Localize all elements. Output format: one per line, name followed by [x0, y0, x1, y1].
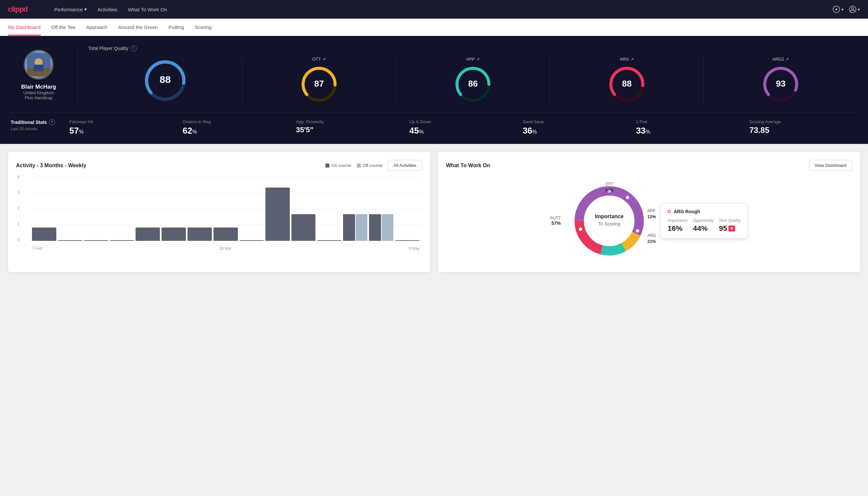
gauge-arg-svg: 88: [607, 64, 647, 104]
nav-performance[interactable]: Performance ▾: [54, 6, 87, 12]
shot-quality-value: 95 ▼: [719, 224, 741, 233]
gauge-total: 88: [88, 57, 242, 104]
subnav-my-dashboard[interactable]: My Dashboard: [8, 19, 41, 36]
stat-app-proximity: App. Proximity 35'5": [291, 119, 404, 136]
player-handicap: Plus Handicap: [25, 95, 53, 100]
stats-subtitle: Last 20 rounds: [11, 127, 64, 131]
player-info: Blair McHarg United Kingdom Plus Handica…: [11, 50, 77, 100]
bar-on-13: [343, 214, 355, 241]
bar-on-1: [32, 228, 56, 241]
gauge-total-svg: 88: [142, 57, 189, 104]
app-logo[interactable]: clippd: [8, 5, 28, 14]
x-label-may: 9 May: [408, 246, 419, 251]
bar-group-4: [110, 240, 134, 241]
ott-trend-icon: ↗: [322, 57, 326, 62]
all-activities-button[interactable]: All Activities: [388, 160, 422, 171]
svg-text:93: 93: [776, 79, 785, 89]
stats-help-icon[interactable]: ?: [49, 119, 55, 125]
view-dashboard-button[interactable]: View Dashboard: [809, 160, 852, 171]
bar-on-15: [395, 240, 419, 241]
x-labels: 7 Feb 28 Mar 9 May: [29, 246, 422, 251]
bar-on-9: [239, 240, 264, 241]
bar-chart: 4 3 2 1 0: [16, 177, 422, 251]
subnav-off-the-tee[interactable]: Off the Tee: [51, 19, 76, 36]
svg-text:88: 88: [622, 79, 632, 89]
bar-on-3: [84, 240, 108, 241]
on-course-dot: [326, 164, 329, 168]
stat-putt-value: 33%: [636, 126, 650, 136]
shot-quality-label: Shot Quality: [719, 218, 741, 223]
gauge-ott: OTT ↗ 87: [242, 57, 396, 104]
legend-off-course: Off course: [357, 163, 383, 168]
bar-on-10: [266, 188, 290, 241]
stats-row: Traditional Stats ? Last 20 rounds Fairw…: [11, 112, 857, 136]
ott-donut-label: OTT 10%: [605, 181, 614, 193]
putt-trend-icon: ↗: [785, 57, 789, 62]
hero-section: Blair McHarg United Kingdom Plus Handica…: [0, 36, 868, 144]
off-course-dot: [357, 164, 361, 168]
nav-what-to-work-on[interactable]: What To Work On: [128, 7, 167, 12]
bar-group-6: [161, 228, 186, 241]
bars-container: [29, 177, 422, 241]
arg-trend-icon: ↗: [631, 57, 634, 62]
player-row: Blair McHarg United Kingdom Plus Handica…: [11, 45, 857, 104]
app-trend-icon: ↗: [476, 57, 480, 62]
gauge-ott-svg: 87: [299, 64, 339, 104]
svg-text:86: 86: [468, 79, 478, 89]
subnav-approach[interactable]: Approach: [86, 19, 107, 36]
opportunity-value: 44%: [693, 224, 713, 233]
bar-on-2: [58, 240, 82, 241]
player-country: United Kingdom: [23, 90, 54, 95]
stat-scoring-value: 73.85: [749, 126, 769, 135]
user-menu[interactable]: ▾: [849, 6, 860, 13]
activity-chart-title: Activity - 3 Months - Weekly: [16, 162, 86, 169]
stat-fairways-hit-label: Fairways Hit: [69, 119, 93, 124]
bar-group-15: [395, 240, 419, 241]
bar-on-14: [369, 214, 381, 241]
info-importance: Importance 16%: [667, 218, 688, 233]
svg-text:To Scoring: To Scoring: [598, 221, 620, 227]
gauge-ott-label: OTT ↗: [312, 57, 326, 62]
svg-text:Importance: Importance: [595, 214, 624, 219]
stat-scoring-label: Scoring Average: [749, 119, 781, 124]
subnav-around-the-green[interactable]: Around the Green: [118, 19, 158, 36]
player-name: Blair McHarg: [21, 83, 56, 90]
putt-label-group: PUTT 57%: [550, 216, 561, 226]
bar-off-13: [356, 214, 367, 241]
donut-area: PUTT 57% Import: [446, 177, 852, 264]
legend-on-course: On course: [326, 163, 351, 168]
svg-text:88: 88: [160, 74, 171, 85]
stat-app-value: 35'5": [296, 126, 313, 134]
subnav-scoring[interactable]: Scoring: [195, 19, 212, 36]
bar-on-7: [188, 228, 212, 241]
importance-label: Importance: [667, 218, 688, 223]
stat-one-putt: 1 Putt 33%: [631, 119, 744, 136]
info-card-dot: [667, 210, 671, 213]
stat-sand-label: Sand Save: [523, 119, 544, 124]
stat-putt-label: 1 Putt: [636, 119, 647, 124]
work-on-card: What To Work On View Dashboard PUTT 57%: [438, 152, 860, 272]
donut-wrapper: Importance To Scoring OTT 10% APP 12%: [566, 177, 652, 264]
main-content: Activity - 3 Months - Weekly On course O…: [0, 144, 868, 280]
gauge-app: APP ↗ 86: [396, 57, 550, 104]
stat-fairways-hit-value: 57%: [69, 126, 84, 136]
chart-legend: On course Off course: [326, 163, 383, 168]
activity-card-header: Activity - 3 Months - Weekly On course O…: [16, 160, 422, 171]
nav-links: Performance ▾ Activities What To Work On: [54, 6, 167, 12]
bar-group-13: [343, 214, 367, 241]
bar-group-2: [58, 240, 82, 241]
add-button[interactable]: ▾: [833, 6, 844, 13]
gauge-arg: ARG ↗ 88: [550, 57, 704, 104]
bar-group-1: [32, 228, 56, 241]
stat-greens-label: Greens In Reg: [183, 119, 211, 124]
top-nav: clippd Performance ▾ Activities What To …: [0, 0, 868, 19]
gauge-arg-label: ARG ↗: [619, 57, 633, 62]
tpq-help-icon[interactable]: ?: [130, 45, 137, 51]
sub-nav: My Dashboard Off the Tee Approach Around…: [0, 19, 868, 36]
gauge-putt-svg: 93: [761, 64, 801, 104]
bar-on-6: [161, 228, 186, 241]
subnav-putting[interactable]: Putting: [169, 19, 184, 36]
nav-activities[interactable]: Activities: [98, 7, 117, 12]
x-label-feb: 7 Feb: [32, 246, 42, 251]
bar-on-4: [110, 240, 134, 241]
